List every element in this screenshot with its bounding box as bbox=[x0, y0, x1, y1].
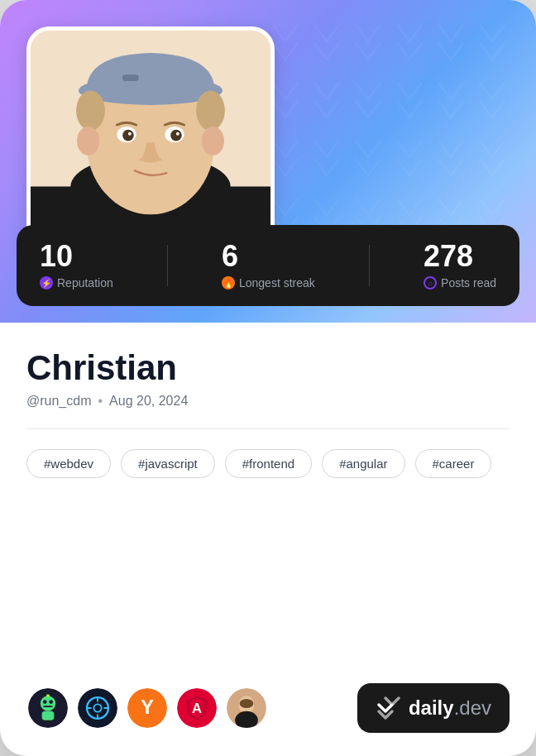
svg-rect-22 bbox=[43, 706, 52, 707]
brand-text-suffix: .dev bbox=[454, 696, 491, 719]
tag-career[interactable]: #career bbox=[415, 449, 492, 478]
reputation-label: ⚡ Reputation bbox=[40, 276, 113, 289]
divider bbox=[26, 428, 510, 429]
squad-avatar-4: A bbox=[175, 687, 218, 730]
tags-container: #webdev #javascript #frontend #angular #… bbox=[26, 449, 510, 478]
svg-point-14 bbox=[128, 132, 132, 136]
svg-point-9 bbox=[202, 127, 224, 156]
svg-text:Y: Y bbox=[141, 696, 154, 718]
card-body: Christian @run_cdm • Aug 20, 2024 #webde… bbox=[0, 323, 536, 756]
stat-divider-2 bbox=[369, 245, 370, 286]
svg-point-13 bbox=[170, 130, 182, 141]
squad-avatar-5 bbox=[225, 687, 268, 730]
reputation-value: 10 bbox=[40, 242, 113, 271]
bolt-icon: ⚡ bbox=[40, 276, 53, 289]
user-name: Christian bbox=[26, 349, 510, 387]
tag-webdev[interactable]: #webdev bbox=[26, 449, 111, 478]
svg-rect-16 bbox=[122, 74, 138, 81]
svg-point-12 bbox=[122, 130, 134, 141]
squad-avatar-3: Y bbox=[126, 687, 169, 730]
circle-icon: ○ bbox=[424, 276, 437, 289]
meta-separator: • bbox=[98, 394, 103, 409]
streak-label: 🔥 Longest streak bbox=[222, 276, 315, 289]
user-meta: @run_cdm • Aug 20, 2024 bbox=[26, 394, 510, 409]
svg-rect-23 bbox=[45, 697, 50, 701]
tag-frontend[interactable]: #frontend bbox=[225, 449, 312, 478]
brand-logo: daily.dev bbox=[357, 683, 510, 733]
squad-avatar-2-image bbox=[78, 688, 117, 728]
join-date: Aug 20, 2024 bbox=[109, 394, 188, 409]
reputation-stat: 10 ⚡ Reputation bbox=[40, 242, 113, 289]
svg-point-7 bbox=[196, 91, 225, 131]
squad-avatars: Y A bbox=[26, 687, 268, 730]
svg-point-20 bbox=[43, 700, 47, 704]
svg-point-6 bbox=[76, 91, 105, 131]
svg-point-21 bbox=[49, 700, 53, 704]
svg-text:A: A bbox=[192, 701, 202, 716]
posts-stat: 278 ○ Posts read bbox=[424, 242, 496, 289]
svg-rect-25 bbox=[78, 688, 117, 728]
brand-name: daily.dev bbox=[409, 696, 491, 720]
stat-divider-1 bbox=[167, 245, 168, 286]
squad-avatar-2 bbox=[76, 687, 119, 730]
squad-avatar-3-image: Y bbox=[127, 688, 167, 728]
stats-bar: 10 ⚡ Reputation 6 🔥 Longest streak 278 ○ bbox=[17, 225, 519, 306]
user-handle: @run_cdm bbox=[26, 394, 92, 409]
posts-label: ○ Posts read bbox=[424, 276, 496, 289]
streak-stat: 6 🔥 Longest streak bbox=[222, 242, 315, 289]
squad-avatar-1 bbox=[26, 687, 69, 730]
squad-avatar-5-image bbox=[227, 688, 266, 728]
posts-value: 278 bbox=[424, 242, 496, 271]
svg-point-8 bbox=[77, 127, 99, 156]
svg-rect-19 bbox=[42, 711, 55, 720]
card-header: 10 ⚡ Reputation 6 🔥 Longest streak 278 ○ bbox=[0, 0, 536, 323]
svg-point-41 bbox=[240, 699, 254, 708]
squad-avatar-4-image: A bbox=[177, 688, 217, 728]
tag-javascript[interactable]: #javascript bbox=[121, 449, 215, 478]
svg-point-15 bbox=[176, 132, 179, 136]
svg-rect-24 bbox=[46, 694, 50, 697]
daily-dev-icon bbox=[376, 695, 402, 721]
profile-card: 10 ⚡ Reputation 6 🔥 Longest streak 278 ○ bbox=[0, 0, 536, 756]
brand-text-main: daily bbox=[409, 696, 454, 719]
card-footer: Y A bbox=[26, 683, 510, 733]
streak-value: 6 bbox=[222, 242, 315, 271]
tag-angular[interactable]: #angular bbox=[322, 449, 404, 478]
flame-icon: 🔥 bbox=[222, 276, 235, 289]
squad-avatar-1-image bbox=[28, 688, 68, 728]
